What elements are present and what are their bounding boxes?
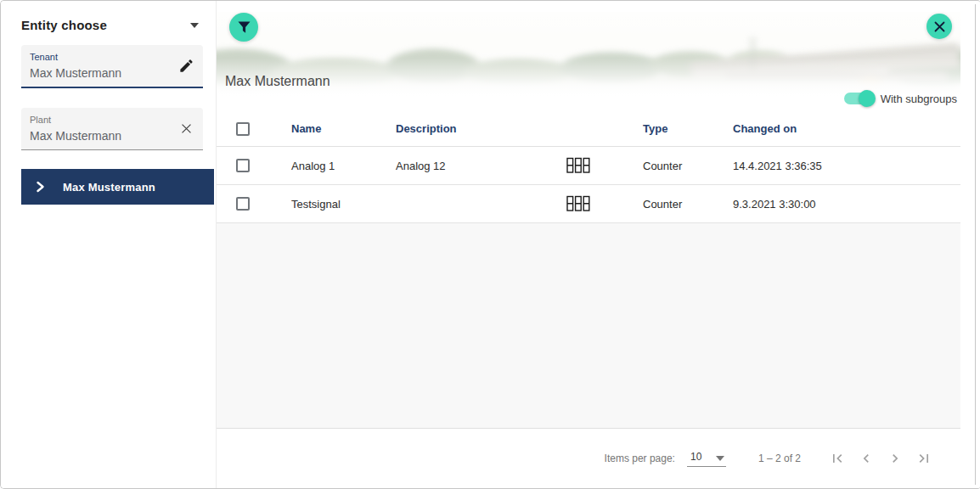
entity-sidebar: Entity choose Tenant Max Mustermann Plan… (1, 1, 217, 488)
window-right-border (975, 4, 976, 485)
next-page-button[interactable] (881, 444, 910, 473)
column-header-name: Name (291, 122, 396, 135)
previous-page-button[interactable] (852, 444, 881, 473)
sidebar-title: Entity choose (21, 18, 107, 32)
tenant-field-value: Max Mustermann (30, 65, 194, 82)
entity-detail-panel: Max Mustermann With subgroups Name Descr… (217, 1, 960, 487)
sidebar-item-label: Max Mustermann (63, 181, 155, 194)
filter-funnel-icon (237, 20, 251, 35)
page-range-label: 1 – 2 of 2 (758, 452, 801, 464)
first-page-button[interactable] (823, 444, 852, 473)
first-page-icon (829, 450, 846, 467)
cell-description: Analog 12 (396, 160, 566, 172)
toggle-knob (859, 90, 876, 107)
cell-name: Testsignal (291, 198, 396, 211)
column-header-description: Description (396, 122, 566, 135)
chevron-left-icon (858, 450, 875, 467)
cell-type: Counter (643, 198, 733, 211)
entity-title: Max Mustermann (225, 74, 330, 89)
cell-changed-on: 9.3.2021 3:30:00 (733, 198, 960, 211)
table-row[interactable]: Analog 1 Analog 12 Counter 14.4.2021 3:3… (217, 147, 960, 185)
last-page-button[interactable] (910, 444, 938, 473)
empty-content-area (217, 223, 960, 429)
sidebar-item-max-mustermann[interactable]: Max Mustermann (21, 169, 214, 205)
table-header-row: Name Description Type Changed on (217, 111, 960, 147)
seven-segment-display-icon (566, 157, 643, 174)
close-button[interactable] (926, 14, 952, 39)
signals-table: Name Description Type Changed on Analog … (217, 111, 960, 223)
tenant-field[interactable]: Tenant Max Mustermann (21, 45, 203, 88)
table-row[interactable]: Testsignal Counter 9.3.2021 3:30:00 (217, 185, 960, 223)
cell-type: Counter (643, 160, 733, 172)
pencil-icon (178, 58, 194, 74)
subgroups-toggle-row: With subgroups (844, 87, 957, 110)
row-checkbox[interactable] (236, 197, 250, 211)
items-per-page-label: Items per page: (605, 452, 675, 464)
plant-field[interactable]: Plant Max Mustermann (21, 108, 203, 150)
column-header-type: Type (643, 122, 733, 135)
with-subgroups-toggle[interactable] (844, 93, 873, 104)
plant-clear-button[interactable] (176, 119, 196, 139)
select-all-checkbox[interactable] (236, 122, 250, 136)
filter-button[interactable] (229, 13, 258, 42)
tenant-field-label: Tenant (30, 51, 194, 63)
cell-name: Analog 1 (291, 160, 396, 172)
close-x-icon (934, 21, 945, 32)
tenant-edit-button[interactable] (176, 56, 196, 76)
clear-x-icon (179, 121, 194, 136)
entity-choose-dialog: Entity choose Tenant Max Mustermann Plan… (0, 0, 980, 489)
column-header-changed-on: Changed on (733, 122, 960, 135)
collapse-caret-icon[interactable] (190, 23, 199, 28)
paginator: Items per page: 10 1 – 2 of 2 (217, 430, 960, 487)
pager-controls (823, 444, 938, 473)
last-page-icon (915, 450, 932, 467)
plant-field-value: Max Mustermann (30, 127, 194, 144)
select-caret-icon (716, 456, 724, 461)
chevron-right-icon (887, 450, 904, 467)
page-size-select[interactable]: 10 (687, 451, 726, 467)
sidebar-header: Entity choose (1, 1, 216, 32)
seven-segment-display-icon (566, 195, 643, 212)
cell-changed-on: 14.4.2021 3:36:35 (733, 160, 960, 172)
chevron-right-icon (36, 181, 45, 193)
with-subgroups-label: With subgroups (881, 93, 957, 105)
page-size-value: 10 (690, 451, 701, 463)
header-photo: Max Mustermann (217, 12, 960, 96)
plant-field-label: Plant (30, 114, 194, 126)
row-checkbox[interactable] (236, 159, 250, 172)
